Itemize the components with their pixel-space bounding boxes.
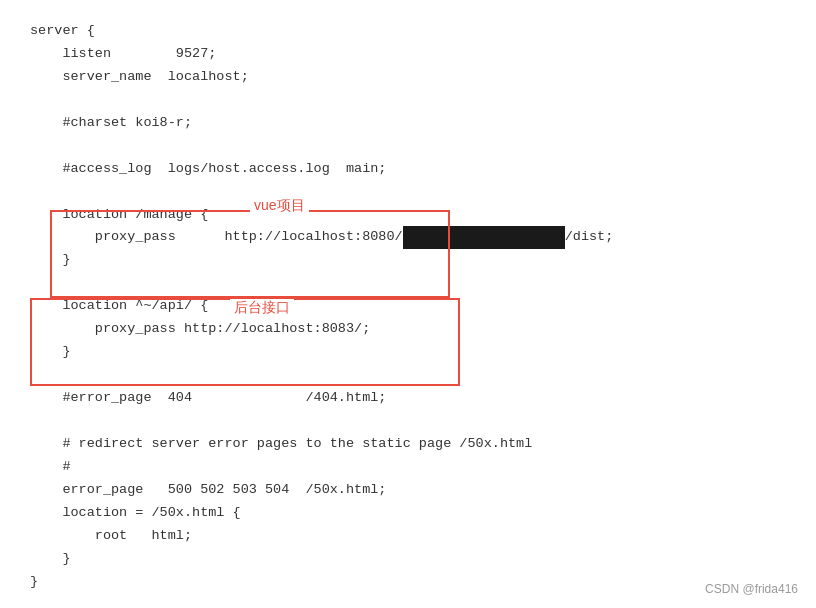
code-line-25: }: [30, 571, 786, 594]
code-line-2: listen 9527;: [30, 43, 786, 66]
code-line-21: error_page 500 502 503 504 /50x.html;: [30, 479, 786, 502]
code-line-22: location = /50x.html {: [30, 502, 786, 525]
code-line-8: [30, 181, 786, 204]
code-line-24: }: [30, 548, 786, 571]
code-line-4: [30, 89, 786, 112]
screenshot-container: vue项目 后台接口 server { listen 9527; server_…: [0, 0, 816, 608]
vue-annotation-box: [50, 210, 450, 298]
code-line-23: root html;: [30, 525, 786, 548]
code-line-19: # redirect server error pages to the sta…: [30, 433, 786, 456]
code-line-6: [30, 135, 786, 158]
code-line-3: server_name localhost;: [30, 66, 786, 89]
code-line-17: #error_page 404 /404.html;: [30, 387, 786, 410]
backend-annotation-label: 后台接口: [230, 299, 294, 317]
vue-annotation-label: vue项目: [250, 197, 309, 215]
watermark: CSDN @frida416: [705, 582, 798, 596]
code-line-18: [30, 410, 786, 433]
code-line-5: #charset koi8-r;: [30, 112, 786, 135]
code-line-7: #access_log logs/host.access.log main;: [30, 158, 786, 181]
code-line-20: #: [30, 456, 786, 479]
code-line-1: server {: [30, 20, 786, 43]
